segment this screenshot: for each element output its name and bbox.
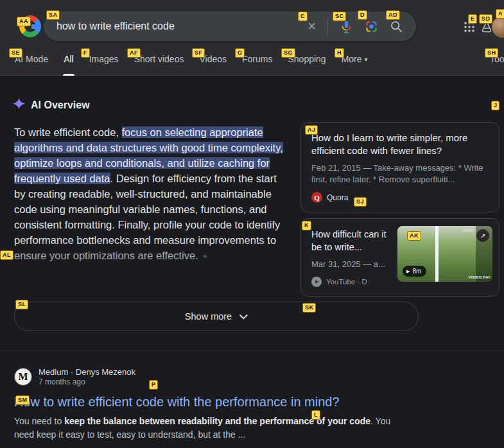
source-card-youtube[interactable]: How difficult can it be to write... Mar …	[300, 218, 500, 297]
tab-all[interactable]: All	[63, 42, 74, 76]
result-tabs: AI Mode All Images Short videos Videos F…	[0, 42, 504, 76]
hint-label-al: AL	[0, 250, 13, 260]
video-duration-badge: ▶ 8m	[403, 266, 426, 277]
tab-more[interactable]: More ▾	[341, 42, 369, 76]
card-snippet: Mar 31, 2025 — a...	[311, 259, 388, 270]
show-more-button[interactable]: Show more	[14, 302, 419, 331]
thumbnail-pole-detail	[435, 226, 439, 282]
show-more-label: Show more	[185, 311, 232, 322]
thumbnail-watermark-bottom: VOXED DAY	[468, 275, 491, 279]
tab-more-label: More	[342, 54, 362, 64]
google-logo-bar	[31, 24, 40, 29]
paragraph-end-sparkle-icon: ✦	[202, 252, 209, 261]
tab-short-videos[interactable]: Short videos	[134, 42, 185, 76]
ai-overview-header: AI Overview	[13, 98, 90, 112]
youtube-icon	[311, 277, 322, 287]
hint-label-sf: SF	[192, 48, 205, 58]
card-source-name: YouTube · D	[326, 278, 367, 286]
section-divider	[0, 350, 504, 351]
ai-overview-source-cards: How do I learn to write simpler, more ef…	[300, 122, 500, 297]
card-title: How do I learn to write simpler, more ef…	[311, 132, 489, 157]
hint-label-sa: SA	[46, 10, 60, 20]
result-source-header[interactable]: M Medium · Denys Mezenok 7 months ago	[14, 367, 492, 386]
hint-label-d: D	[358, 10, 367, 20]
microphone-icon[interactable]	[340, 20, 353, 33]
tab-images[interactable]: Images	[89, 42, 119, 76]
chevron-down-icon	[239, 311, 248, 322]
hint-label-sk: SK	[302, 303, 316, 313]
source-card-quora[interactable]: How do I learn to write simpler, more ef…	[300, 122, 500, 212]
thumbnail-watermark-top: eVOZ.	[463, 228, 474, 232]
card-source-name: Quora	[327, 193, 348, 202]
search-result: M Medium · Denys Mezenok 7 months ago Ho…	[14, 367, 492, 442]
clear-icon[interactable]: ×	[308, 19, 316, 33]
hint-label-c: C	[298, 12, 308, 21]
search-divider	[327, 19, 328, 34]
ai-overview-text: To write efficient code, focus on select…	[14, 125, 286, 264]
tab-shopping[interactable]: Shopping	[287, 42, 326, 76]
hint-label-sd: SD	[479, 14, 492, 24]
hint-label-se: SE	[9, 48, 22, 58]
hint-label-p: P	[149, 380, 158, 390]
hint-label-ak: AK	[407, 231, 421, 241]
search-submit-icon[interactable]	[390, 20, 403, 33]
hint-label-ad: AD	[386, 10, 400, 20]
google-search-results-page: how to write efficient code ×	[0, 0, 504, 448]
hint-label-af: AF	[127, 48, 141, 58]
search-header: how to write efficient code ×	[0, 0, 504, 76]
quora-icon: Q	[311, 192, 322, 203]
hint-label-k: K	[302, 221, 311, 230]
hint-label-sh: SH	[485, 48, 498, 58]
chevron-down-icon: ▾	[365, 56, 368, 63]
result-snippet: You need to keep the balance between rea…	[14, 415, 412, 442]
result-source-name: Medium · Denys Mezenok	[39, 367, 135, 377]
hint-label-sc: SC	[333, 12, 346, 21]
hint-label-sg: SG	[281, 48, 295, 58]
search-input[interactable]: how to write efficient code	[56, 21, 308, 32]
tab-ai-mode[interactable]: AI Mode	[14, 42, 49, 76]
hint-label-g: G	[235, 48, 245, 58]
hint-label-aj: AJ	[305, 125, 318, 135]
expand-video-icon[interactable]: ↗	[476, 229, 489, 242]
tab-tools[interactable]: Tools	[490, 42, 504, 76]
hint-label-l: L	[311, 410, 320, 420]
hint-label-sj: SJ	[354, 197, 367, 207]
hint-label-f: F	[81, 48, 90, 58]
hint-label-e: E	[468, 14, 477, 24]
account-avatar[interactable]	[492, 16, 504, 38]
hint-label-sl: SL	[15, 300, 28, 309]
tab-videos[interactable]: Videos	[198, 42, 227, 76]
medium-icon: M	[14, 368, 32, 386]
play-icon: ▶	[406, 269, 410, 274]
hint-label-j: J	[491, 101, 500, 110]
video-duration: 8m	[412, 268, 421, 275]
hint-label-sm: SM	[15, 395, 30, 405]
ai-overview-title: AI Overview	[31, 99, 90, 111]
result-published-date: 7 months ago	[39, 377, 135, 386]
hint-label-h: H	[335, 48, 344, 58]
google-lens-icon[interactable]	[365, 20, 378, 33]
tab-forums[interactable]: Forums	[241, 42, 273, 76]
ai-sparkle-icon	[13, 98, 25, 112]
card-snippet: Feb 21, 2015 — Take-away messages: * Wri…	[311, 162, 489, 185]
hint-label-aa: AA	[17, 17, 31, 26]
hint-label-a: A	[496, 9, 504, 19]
card-title: How difficult can it be to write...	[311, 228, 388, 254]
result-title-link[interactable]: How to write efficient code with the per…	[14, 395, 340, 409]
